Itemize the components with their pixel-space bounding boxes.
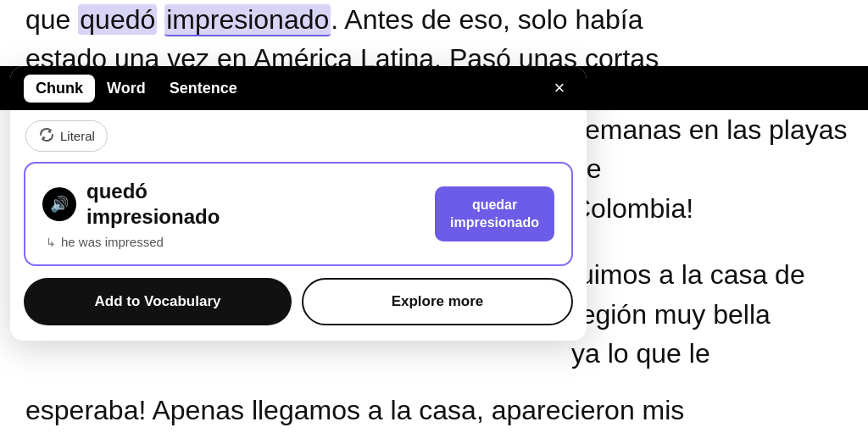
tab-chunk[interactable]: Chunk [24,75,95,103]
definition-card: 🔊 quedó impresionado ↳ he was impressed … [24,162,573,266]
bottom-text: esperaba! Apenas llegamos a la casa, apa… [0,388,868,433]
highlight-impresionado: impresionado [164,4,331,36]
bg-line1: que quedó impresionado. Antes de eso, so… [25,4,643,36]
bg-right-line4: región muy bella [571,295,851,334]
card-phrase: quedó impresionado [86,179,220,230]
add-to-vocabulary-button[interactable]: Add to Vocabulary [24,278,292,325]
tab-sentence[interactable]: Sentence [158,75,249,103]
card-translation: ↳ he was impressed [46,235,220,249]
card-title-row: 🔊 quedó impresionado [42,179,220,230]
card-left: 🔊 quedó impresionado ↳ he was impressed [42,179,220,249]
translation-text: he was impressed [61,235,164,249]
highlight-quedo: quedó [78,4,157,35]
literal-icon [38,126,55,146]
action-buttons-row: Add to Vocabulary Explore more [10,278,587,341]
bg-right-line2: Colombia! [571,189,851,228]
tabs-row: Chunk Word Sentence × [10,66,587,110]
literal-label: Literal [60,129,95,143]
speaker-button[interactable]: 🔊 [42,187,76,221]
speaker-icon: 🔊 [50,195,69,214]
bg-right-line1: semanas en las playas de [571,110,851,189]
explore-more-button[interactable]: Explore more [302,278,573,325]
literal-button[interactable]: Literal [25,120,108,152]
close-button[interactable]: × [546,75,573,102]
bg-right-line5: ya lo que le [571,334,851,373]
phrase-badge[interactable]: quedar impresionado [435,186,554,242]
literal-row: Literal [10,110,587,158]
bg-right-line3: fuimos a la casa de [571,255,851,294]
popup-panel: Chunk Word Sentence × Literal 🔊 [10,66,587,341]
tab-word[interactable]: Word [95,75,158,103]
translation-arrow-icon: ↳ [46,236,56,249]
